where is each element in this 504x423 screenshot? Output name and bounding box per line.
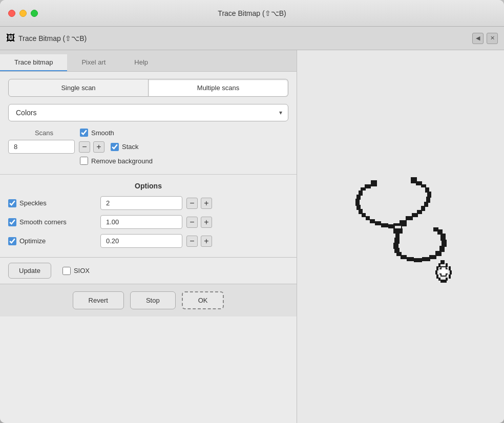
main-content: Trace bitmap Pixel art Help Single scan … [0, 50, 504, 423]
remove-bg-checkbox-label[interactable]: Remove background [80, 157, 153, 165]
colors-dropdown-wrapper: Colors Grays Black and white Autotrace ▾ [8, 104, 288, 121]
nav-close-button[interactable]: ✕ [487, 33, 498, 44]
revert-button[interactable]: Revert [73, 291, 124, 309]
smooth-corners-checkbox-label[interactable]: Smooth corners [8, 218, 100, 226]
optimize-checkbox[interactable] [8, 237, 16, 245]
svg-rect-62 [442, 267, 446, 269]
options-section: Options Speckles − + [0, 177, 297, 257]
left-panel: Trace bitmap Pixel art Help Single scan … [0, 50, 297, 423]
scans-row: Scans Smooth [8, 129, 288, 137]
svg-rect-8 [355, 199, 360, 206]
smooth-corners-increment-button[interactable]: + [201, 217, 212, 228]
toolbar-label: Trace Bitmap (⇧⌥B) [18, 34, 87, 43]
minimize-button[interactable] [19, 10, 27, 17]
svg-rect-2 [361, 187, 366, 191]
number-row: − + Stack [8, 140, 288, 154]
window-controls [8, 10, 38, 17]
footer: Revert Stop OK [0, 284, 297, 316]
dropdown-row: Colors Grays Black and white Autotrace ▾ [0, 104, 297, 129]
ok-button[interactable]: OK [182, 291, 224, 309]
update-button[interactable]: Update [8, 263, 51, 279]
svg-rect-42 [442, 240, 447, 247]
nav-back-button[interactable]: ◀ [472, 33, 484, 44]
svg-rect-45 [433, 227, 438, 231]
action-bar: Update SIOX [0, 257, 297, 284]
svg-rect-52 [450, 270, 452, 274]
close-button[interactable] [8, 10, 15, 17]
optimize-steppers: − + [186, 236, 212, 247]
siox-label: SIOX [74, 267, 90, 274]
tab-help[interactable]: Help [120, 54, 162, 71]
svg-rect-38 [422, 257, 430, 261]
speckles-decrement-button[interactable]: − [186, 198, 198, 209]
toolbar: 🖼 Trace Bitmap (⇧⌥B) ◀ ✕ [0, 27, 504, 50]
siox-checkbox-label[interactable]: SIOX [62, 267, 90, 275]
svg-rect-39 [429, 255, 436, 259]
tab-pixel-art[interactable]: Pixel art [67, 54, 120, 71]
stack-checkbox[interactable] [111, 143, 119, 151]
svg-rect-65 [446, 269, 448, 273]
optimize-increment-button[interactable]: + [201, 236, 212, 247]
svg-rect-55 [438, 278, 440, 281]
single-scan-button[interactable]: Single scan [8, 79, 149, 97]
smooth-corners-steppers: − + [186, 217, 212, 228]
svg-rect-13 [370, 219, 375, 223]
svg-rect-25 [406, 216, 413, 220]
svg-rect-63 [442, 273, 446, 276]
preview-area [307, 60, 494, 413]
optimize-input[interactable] [100, 234, 182, 248]
svg-rect-46 [440, 260, 445, 264]
remove-bg-row: Remove background [8, 157, 288, 165]
svg-rect-57 [440, 280, 447, 283]
svg-rect-53 [436, 274, 438, 279]
right-panel [297, 50, 504, 423]
app-window: Trace Bitmap (⇧⌥B) 🖼 Trace Bitmap (⇧⌥B) … [0, 0, 504, 423]
window-title: Trace Bitmap (⇧⌥B) [218, 9, 286, 17]
colors-dropdown[interactable]: Colors Grays Black and white Autotrace [8, 104, 288, 121]
optimize-checkbox-label[interactable]: Optimize [8, 237, 100, 245]
divider-1 [0, 174, 297, 175]
maximize-button[interactable] [31, 10, 38, 17]
remove-bg-label: Remove background [91, 157, 153, 165]
tab-trace-bitmap[interactable]: Trace bitmap [0, 54, 67, 71]
speckles-checkbox[interactable] [8, 199, 16, 207]
smooth-corners-label: Smooth corners [19, 218, 67, 226]
svg-rect-30 [395, 231, 400, 239]
svg-rect-43 [440, 234, 446, 241]
svg-rect-35 [401, 255, 407, 259]
smooth-corners-decrement-button[interactable]: − [186, 217, 198, 228]
svg-rect-12 [366, 216, 370, 220]
speckles-checkbox-label[interactable]: Speckles [8, 199, 100, 207]
svg-rect-36 [407, 257, 414, 261]
stack-checkbox-label[interactable]: Stack [111, 143, 139, 151]
scans-decrement-button[interactable]: − [79, 141, 90, 153]
optimize-decrement-button[interactable]: − [186, 236, 198, 247]
svg-rect-66 [442, 269, 446, 273]
siox-checkbox[interactable] [62, 267, 71, 275]
stop-button[interactable]: Stop [130, 291, 176, 309]
scans-increment-button[interactable]: + [93, 141, 104, 153]
speckles-row: Speckles − + [8, 196, 288, 210]
scans-options: Scans Smooth − + Stack [0, 129, 297, 172]
svg-rect-64 [439, 269, 442, 273]
remove-bg-checkbox[interactable] [80, 157, 88, 165]
smooth-checkbox[interactable] [80, 129, 88, 137]
svg-rect-5 [421, 184, 426, 187]
svg-rect-50 [449, 266, 451, 270]
svg-rect-11 [362, 213, 366, 217]
optimize-label: Optimize [19, 237, 46, 245]
speckles-input[interactable] [100, 196, 182, 210]
optimize-row: Optimize − + [8, 234, 288, 248]
scans-label: Scans [8, 129, 80, 137]
svg-rect-49 [436, 266, 438, 270]
smooth-corners-checkbox[interactable] [8, 218, 16, 226]
trace-bitmap-icon: 🖼 [6, 33, 15, 44]
smooth-corners-input[interactable] [100, 215, 182, 229]
speckles-increment-button[interactable]: + [201, 198, 212, 209]
stack-label: Stack [122, 143, 139, 151]
multiple-scans-button[interactable]: Multiple scans [149, 79, 288, 97]
smooth-checkbox-label[interactable]: Smooth [80, 129, 114, 137]
svg-rect-37 [414, 258, 422, 262]
speckles-steppers: − + [186, 198, 212, 209]
scans-input[interactable] [8, 140, 75, 154]
